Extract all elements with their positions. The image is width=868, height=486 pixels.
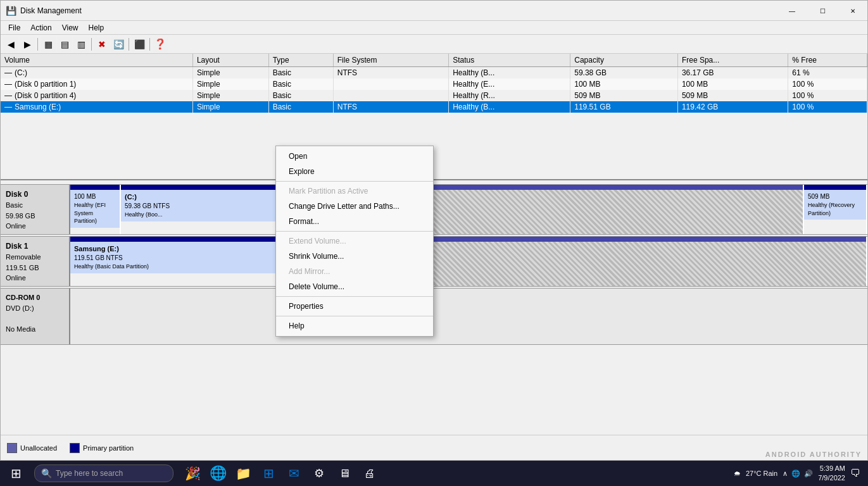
system-tray: 🌧 27°C Rain ∧ 🌐 🔊 5:39 AM 7/9/2022 🗨: [726, 464, 868, 483]
table-cell: 509 MB: [570, 90, 678, 101]
watermark: ANDROID AUTHORITY: [765, 451, 862, 458]
menu-file[interactable]: File: [3, 21, 25, 35]
ctx-sep-2: [276, 231, 433, 232]
show-console-button[interactable]: ▤: [57, 37, 72, 52]
menu-help[interactable]: Help: [84, 21, 110, 35]
col-free[interactable]: Free Spa...: [677, 54, 788, 67]
up-button[interactable]: ▦: [41, 37, 56, 52]
start-button[interactable]: ⊞: [0, 461, 32, 486]
table-row[interactable]: —(C:)SimpleBasicNTFSHealthy (B...59.38 G…: [1, 67, 867, 79]
table-row[interactable]: —(Disk 0 partition 1)SimpleBasicHealthy …: [1, 78, 867, 90]
col-type[interactable]: Type: [268, 54, 333, 67]
table-cell: 100 MB: [677, 78, 788, 90]
ctx-mark-active: Mark Partition as Active: [276, 184, 433, 199]
table-header-row: Volume Layout Type File System Status Ca…: [1, 54, 867, 67]
show-desc-button[interactable]: ▥: [73, 37, 89, 52]
delete-button[interactable]: ✖: [94, 37, 110, 52]
volume-table: Volume Layout Type File System Status Ca…: [1, 54, 867, 113]
table-cell: NTFS: [333, 67, 448, 79]
table-cell: Simple: [192, 90, 268, 101]
tray-volume[interactable]: 🔊: [804, 470, 813, 478]
taskbar-edge[interactable]: 🌐: [206, 462, 229, 485]
forward-button[interactable]: ▶: [20, 37, 35, 52]
taskbar: ⊞ 🔍 Type here to search 🎉 🌐 📁 ⊞ ✉ ⚙ 🖥 🖨 …: [0, 461, 868, 486]
table-cell: 100 %: [788, 101, 867, 113]
taskbar-store[interactable]: ⊞: [257, 462, 280, 485]
ctx-shrink[interactable]: Shrink Volume...: [276, 249, 433, 264]
weather-icon: 🌧: [734, 470, 741, 477]
clock[interactable]: 5:39 AM 7/9/2022: [818, 464, 845, 483]
menu-bar: File Action View Help: [1, 21, 867, 35]
col-filesystem[interactable]: File System: [333, 54, 448, 67]
ctx-add-mirror: Add Mirror...: [276, 264, 433, 279]
table-cell: Simple: [192, 67, 268, 79]
table-cell: Basic: [268, 90, 333, 101]
table-cell: 100 %: [788, 78, 867, 90]
taskbar-party[interactable]: 🎉: [181, 462, 204, 485]
legend-primary: Primary partition: [70, 443, 134, 453]
back-button[interactable]: ◀: [3, 37, 18, 52]
table-cell: 100 MB: [570, 78, 678, 90]
disk-area: Disk 0Basic59.98 GBOnline 100 MB Healthy…: [1, 180, 867, 435]
disk-0-part-efi[interactable]: 100 MB Healthy (EFI System Partition): [70, 185, 121, 234]
ctx-properties[interactable]: Properties: [276, 299, 433, 314]
cancel-button[interactable]: ⬛: [132, 37, 147, 52]
close-button[interactable]: ✕: [838, 1, 867, 21]
table-cell: 509 MB: [677, 90, 788, 101]
legend-unallocated: Unallocated: [7, 443, 57, 453]
col-capacity[interactable]: Capacity: [570, 54, 678, 67]
tray-icons: ∧ 🌐 🔊: [783, 470, 813, 478]
ctx-change-drive[interactable]: Change Drive Letter and Paths...: [276, 199, 433, 214]
table-row[interactable]: —(Disk 0 partition 4)SimpleBasicHealthy …: [1, 90, 867, 101]
taskbar-printer[interactable]: 🖨: [358, 462, 381, 485]
ctx-open[interactable]: Open: [276, 149, 433, 164]
ctx-format[interactable]: Format...: [276, 214, 433, 229]
cdrom-0-row: CD-ROM 0DVD (D:)No Media: [1, 288, 867, 345]
tray-network[interactable]: 🌐: [791, 470, 800, 478]
table-cell: Simple: [192, 101, 268, 113]
context-menu: Open Explore Mark Partition as Active Ch…: [275, 146, 434, 337]
table-cell: Healthy (E...: [449, 78, 570, 90]
menu-action[interactable]: Action: [25, 21, 56, 35]
search-placeholder: Type here to search: [56, 469, 123, 478]
taskbar-explorer[interactable]: 📁: [232, 462, 255, 485]
legend-unallocated-label: Unallocated: [20, 444, 57, 452]
window-title: Disk Management: [20, 6, 862, 15]
table-cell: —(Disk 0 partition 1): [1, 78, 192, 90]
volume-table-area: Volume Layout Type File System Status Ca…: [1, 54, 867, 180]
ctx-help[interactable]: Help: [276, 318, 433, 333]
cdrom-0-label: CD-ROM 0DVD (D:)No Media: [1, 289, 70, 344]
table-cell: [333, 78, 448, 90]
disk-1-row: Disk 1Removable119.51 GBOnline Samsung (…: [1, 236, 867, 287]
toolbar: ◀ ▶ ▦ ▤ ▥ ✖ 🔄 ⬛ ❓: [1, 35, 867, 54]
app-icon: 💾: [6, 6, 16, 16]
disk-1-partitions: Samsung (E:) 119.51 GB NTFS Healthy (Bas…: [70, 237, 867, 286]
taskbar-settings[interactable]: ⚙: [308, 462, 330, 485]
table-cell: NTFS: [333, 101, 448, 113]
menu-view[interactable]: View: [57, 21, 84, 35]
table-cell: Basic: [268, 101, 333, 113]
taskbar-mail[interactable]: ✉: [282, 462, 305, 485]
taskbar-remotedesktop[interactable]: 🖥: [333, 462, 356, 485]
col-status[interactable]: Status: [449, 54, 570, 67]
minimize-button[interactable]: —: [777, 1, 807, 21]
table-cell: 59.38 GB: [570, 67, 678, 79]
table-cell: Healthy (R...: [449, 90, 570, 101]
ctx-sep-4: [276, 316, 433, 316]
search-bar[interactable]: 🔍 Type here to search: [34, 464, 173, 482]
table-row[interactable]: —Samsung (E:)SimpleBasicNTFSHealthy (B..…: [1, 101, 867, 113]
table-cell: 61 %: [788, 67, 867, 79]
disk-0-part-recovery[interactable]: 509 MB Healthy (Recovery Partition): [804, 185, 867, 234]
help-button[interactable]: ❓: [153, 37, 168, 52]
col-pct[interactable]: % Free: [788, 54, 867, 67]
ctx-delete-volume[interactable]: Delete Volume...: [276, 279, 433, 294]
col-layout[interactable]: Layout: [192, 54, 268, 67]
maximize-button[interactable]: ☐: [808, 1, 837, 21]
tray-arrow[interactable]: ∧: [783, 470, 788, 478]
notification-icon[interactable]: 🗨: [850, 468, 860, 479]
table-cell: 100 %: [788, 90, 867, 101]
clock-date: 7/9/2022: [818, 473, 845, 483]
ctx-explore[interactable]: Explore: [276, 164, 433, 179]
refresh-button[interactable]: 🔄: [111, 37, 126, 52]
col-volume[interactable]: Volume: [1, 54, 192, 67]
